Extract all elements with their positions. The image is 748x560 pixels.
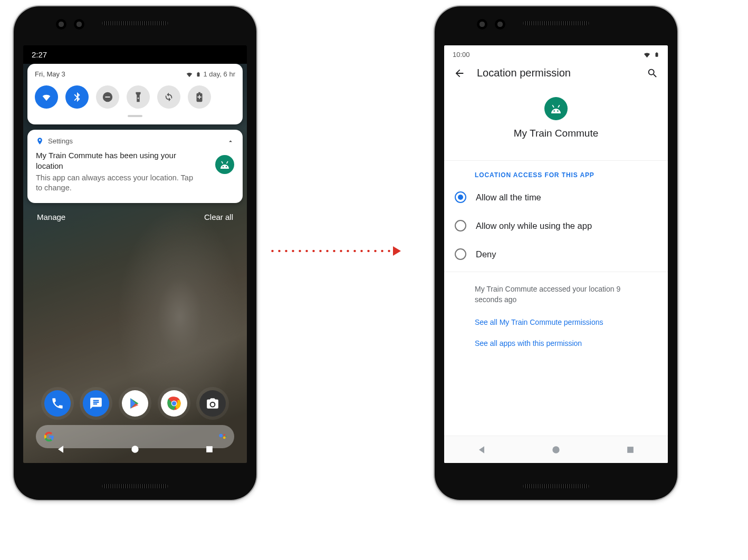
link-all-permissions[interactable]: See all My Train Commute permissions (475, 318, 657, 326)
svg-line-2 (222, 161, 223, 163)
qs-date: Fri, May 3 (35, 70, 65, 78)
qs-tile-dnd[interactable] (96, 85, 119, 109)
app-icon (544, 97, 568, 120)
navigation-bar (444, 436, 668, 463)
svg-point-14 (553, 110, 555, 112)
section-label: LOCATION ACCESS FOR THIS APP (444, 161, 668, 183)
earpiece-speaker (102, 21, 168, 25)
qs-tile-battery-saver[interactable] (188, 85, 211, 109)
recents-button[interactable] (204, 444, 215, 455)
battery-icon (654, 51, 659, 59)
svg-point-15 (557, 110, 559, 112)
appbar-title: Location permission (477, 67, 571, 79)
svg-point-1 (226, 166, 227, 167)
home-button[interactable] (551, 445, 561, 455)
earpiece-speaker (523, 21, 589, 25)
clear-all-button[interactable]: Clear all (204, 213, 233, 221)
qs-battery-info: 1 day, 6 hr (204, 70, 235, 78)
qs-tile-flashlight[interactable] (127, 85, 150, 109)
home-button[interactable] (130, 444, 140, 455)
dock-messages[interactable] (83, 390, 109, 417)
play-store-icon (128, 397, 142, 410)
notification-source: Settings (48, 137, 73, 145)
sensor (495, 19, 505, 30)
camera-icon (206, 397, 219, 410)
bluetooth-icon (71, 91, 83, 103)
back-icon[interactable] (454, 67, 465, 79)
wifi-icon (41, 91, 52, 103)
transition-arrow (269, 246, 401, 256)
svg-line-17 (558, 105, 560, 108)
back-button[interactable] (476, 445, 487, 455)
radio-option-2[interactable]: Deny (444, 240, 668, 268)
location-icon (36, 137, 44, 145)
svg-rect-13 (206, 446, 213, 452)
qs-tile-rotate[interactable] (157, 85, 180, 109)
phone-icon (51, 397, 64, 410)
link-apps-with-permission[interactable]: See all apps with this permission (475, 339, 657, 347)
radio-option-1[interactable]: Allow only while using the app (444, 211, 668, 240)
radio-icon (455, 191, 466, 203)
status-bar: 10:00 (444, 45, 668, 62)
dock-phone[interactable] (44, 390, 71, 417)
battery-saver-icon (194, 91, 205, 103)
back-button[interactable] (55, 444, 66, 455)
quick-settings-panel[interactable]: Fri, May 3 1 day, 6 hr (27, 64, 243, 124)
qs-drag-handle[interactable] (128, 115, 142, 117)
svg-point-0 (223, 166, 224, 167)
svg-rect-19 (627, 447, 634, 453)
search-icon[interactable] (647, 67, 658, 79)
svg-point-12 (131, 446, 138, 452)
front-camera (477, 19, 487, 30)
wifi-icon (643, 51, 651, 59)
svg-line-3 (227, 161, 228, 163)
radio-icon (455, 248, 466, 260)
radio-icon (455, 220, 466, 231)
app-hero: My Train Commute (444, 92, 668, 161)
wifi-icon (186, 71, 193, 78)
qs-tile-wifi[interactable] (35, 85, 58, 109)
dnd-icon (102, 91, 113, 103)
qs-status-right: 1 day, 6 hr (186, 70, 235, 78)
status-bar: 2:27 (23, 45, 247, 64)
svg-point-18 (552, 446, 559, 453)
qs-tile-bluetooth[interactable] (65, 85, 89, 109)
phone-left: 2:27 Fri, May 3 1 day, 6 hr (14, 6, 256, 500)
radio-label: Allow only while using the app (476, 221, 592, 231)
android-icon (549, 104, 563, 113)
app-bar: Location permission (444, 62, 668, 92)
auto-rotate-icon (163, 91, 175, 103)
notification-title: My Train Commute has been using your loc… (36, 150, 199, 172)
status-time: 10:00 (453, 51, 470, 59)
dock-camera[interactable] (199, 390, 226, 417)
svg-point-7 (211, 403, 215, 407)
svg-point-6 (171, 401, 176, 405)
sensor (74, 19, 84, 30)
phone-right: 10:00 Location permission (435, 6, 677, 500)
app-name: My Train Commute (444, 128, 668, 139)
dock-chrome[interactable] (161, 390, 187, 417)
front-camera (56, 19, 66, 30)
battery-icon (196, 71, 201, 78)
screen: 10:00 Location permission (444, 45, 668, 463)
svg-line-16 (552, 105, 554, 108)
messages-icon (89, 397, 103, 410)
manage-button[interactable]: Manage (37, 213, 65, 221)
chevron-up-icon[interactable] (227, 138, 234, 145)
radio-label: Allow all the time (476, 192, 541, 202)
android-icon (218, 160, 231, 169)
access-note: My Train Commute accessed your location … (475, 284, 638, 305)
screen: 2:27 Fri, May 3 1 day, 6 hr (23, 45, 247, 463)
navigation-bar (23, 436, 247, 463)
radio-option-0[interactable]: Allow all the time (444, 183, 668, 211)
notification-app-icon (215, 155, 234, 174)
dock (23, 390, 247, 417)
chrome-icon (166, 395, 182, 411)
bottom-speaker (102, 484, 168, 488)
notification-card[interactable]: Settings My Train Commute has been using… (27, 130, 243, 203)
bottom-speaker (523, 484, 589, 488)
radio-label: Deny (476, 249, 496, 259)
notification-body: This app can always access your location… (36, 173, 194, 194)
dock-play-store[interactable] (122, 390, 148, 417)
recents-button[interactable] (625, 445, 636, 455)
